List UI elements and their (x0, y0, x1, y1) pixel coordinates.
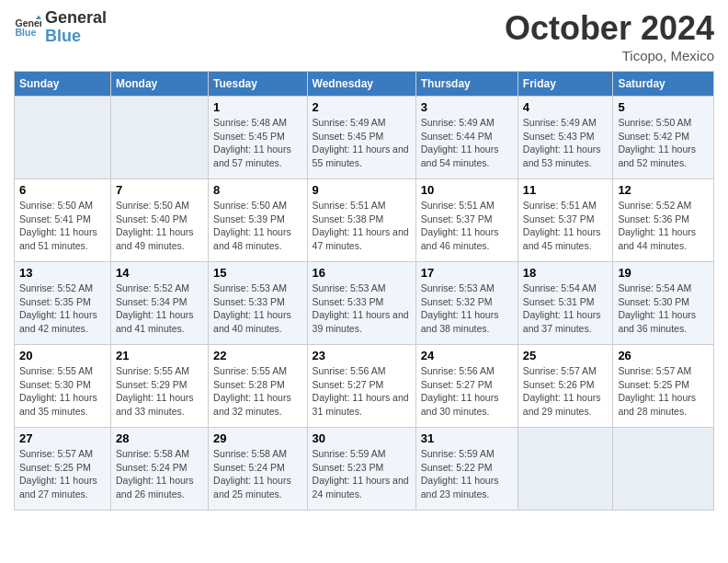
day-cell: 2Sunrise: 5:49 AMSunset: 5:45 PMDaylight… (307, 97, 415, 179)
day-info: Sunrise: 5:59 AMSunset: 5:23 PMDaylight:… (313, 447, 411, 501)
day-cell: 9Sunrise: 5:51 AMSunset: 5:38 PMDaylight… (307, 179, 415, 262)
day-number: 20 (19, 349, 106, 362)
day-number: 11 (523, 183, 609, 197)
month-title: October 2024 (505, 9, 714, 48)
day-info: Sunrise: 5:50 AMSunset: 5:41 PMDaylight:… (19, 199, 106, 253)
day-info: Sunrise: 5:53 AMSunset: 5:33 PMDaylight:… (213, 282, 302, 336)
day-number: 28 (116, 431, 203, 445)
day-number: 26 (618, 349, 709, 362)
day-cell (613, 428, 714, 511)
header-cell-friday: Friday (518, 72, 613, 97)
day-cell: 15Sunrise: 5:53 AMSunset: 5:33 PMDayligh… (209, 262, 308, 345)
day-number: 21 (116, 349, 203, 362)
header-cell-monday: Monday (110, 72, 208, 97)
day-cell: 14Sunrise: 5:52 AMSunset: 5:34 PMDayligh… (110, 262, 208, 345)
day-cell: 19Sunrise: 5:54 AMSunset: 5:30 PMDayligh… (613, 262, 714, 345)
day-number: 31 (421, 431, 513, 445)
day-info: Sunrise: 5:51 AMSunset: 5:37 PMDaylight:… (523, 199, 609, 253)
day-number: 17 (421, 266, 513, 280)
day-info: Sunrise: 5:54 AMSunset: 5:30 PMDaylight:… (618, 282, 709, 336)
day-cell: 28Sunrise: 5:58 AMSunset: 5:24 PMDayligh… (110, 428, 208, 511)
day-number: 9 (313, 183, 411, 197)
day-info: Sunrise: 5:49 AMSunset: 5:43 PMDaylight:… (523, 116, 609, 170)
day-info: Sunrise: 5:57 AMSunset: 5:25 PMDaylight:… (618, 364, 709, 419)
header-cell-thursday: Thursday (415, 72, 518, 97)
day-number: 14 (116, 266, 203, 280)
day-info: Sunrise: 5:53 AMSunset: 5:33 PMDaylight:… (313, 282, 411, 336)
day-info: Sunrise: 5:49 AMSunset: 5:44 PMDaylight:… (421, 116, 513, 170)
page-header: General Blue General Blue October 2024 T… (14, 9, 714, 63)
day-info: Sunrise: 5:51 AMSunset: 5:38 PMDaylight:… (313, 199, 411, 253)
day-cell: 16Sunrise: 5:53 AMSunset: 5:33 PMDayligh… (307, 262, 415, 345)
location: Ticopo, Mexico (505, 48, 714, 63)
day-cell: 18Sunrise: 5:54 AMSunset: 5:31 PMDayligh… (518, 262, 613, 345)
day-cell: 4Sunrise: 5:49 AMSunset: 5:43 PMDaylight… (518, 97, 613, 179)
header-cell-saturday: Saturday (613, 72, 714, 97)
day-cell: 3Sunrise: 5:49 AMSunset: 5:44 PMDaylight… (415, 97, 518, 179)
calendar-body: 1Sunrise: 5:48 AMSunset: 5:45 PMDaylight… (15, 97, 714, 511)
day-cell: 30Sunrise: 5:59 AMSunset: 5:23 PMDayligh… (307, 428, 415, 511)
day-cell: 20Sunrise: 5:55 AMSunset: 5:30 PMDayligh… (15, 345, 111, 428)
calendar-header: SundayMondayTuesdayWednesdayThursdayFrid… (15, 72, 714, 97)
day-number: 16 (313, 266, 411, 280)
day-cell: 13Sunrise: 5:52 AMSunset: 5:35 PMDayligh… (15, 262, 111, 345)
week-row-3: 20Sunrise: 5:55 AMSunset: 5:30 PMDayligh… (15, 345, 714, 428)
svg-text:Blue: Blue (16, 27, 37, 38)
day-number: 12 (618, 183, 709, 197)
day-number: 2 (313, 100, 411, 114)
day-cell (518, 428, 613, 511)
day-number: 10 (421, 183, 513, 197)
logo-blue-text: Blue (45, 28, 107, 46)
week-row-4: 27Sunrise: 5:57 AMSunset: 5:25 PMDayligh… (15, 428, 714, 511)
title-block: October 2024 Ticopo, Mexico (505, 9, 714, 63)
logo-icon: General Blue (14, 14, 41, 41)
day-info: Sunrise: 5:55 AMSunset: 5:30 PMDaylight:… (19, 364, 106, 419)
day-cell: 26Sunrise: 5:57 AMSunset: 5:25 PMDayligh… (613, 345, 714, 428)
day-cell (15, 97, 111, 179)
day-number: 27 (19, 431, 106, 445)
day-info: Sunrise: 5:57 AMSunset: 5:25 PMDaylight:… (19, 447, 106, 501)
day-number: 7 (116, 183, 203, 197)
day-cell: 11Sunrise: 5:51 AMSunset: 5:37 PMDayligh… (518, 179, 613, 262)
week-row-2: 13Sunrise: 5:52 AMSunset: 5:35 PMDayligh… (15, 262, 714, 345)
day-info: Sunrise: 5:54 AMSunset: 5:31 PMDaylight:… (523, 282, 609, 336)
calendar-table: SundayMondayTuesdayWednesdayThursdayFrid… (14, 71, 714, 511)
day-cell (110, 97, 208, 179)
day-info: Sunrise: 5:58 AMSunset: 5:24 PMDaylight:… (116, 447, 203, 501)
day-info: Sunrise: 5:59 AMSunset: 5:22 PMDaylight:… (421, 447, 513, 501)
day-number: 19 (618, 266, 709, 280)
day-cell: 27Sunrise: 5:57 AMSunset: 5:25 PMDayligh… (15, 428, 111, 511)
day-cell: 7Sunrise: 5:50 AMSunset: 5:40 PMDaylight… (110, 179, 208, 262)
logo-general-text: General (45, 9, 107, 28)
day-number: 23 (313, 349, 411, 362)
day-info: Sunrise: 5:49 AMSunset: 5:45 PMDaylight:… (313, 116, 411, 170)
day-number: 1 (213, 100, 302, 114)
day-number: 15 (213, 266, 302, 280)
day-cell: 21Sunrise: 5:55 AMSunset: 5:29 PMDayligh… (110, 345, 208, 428)
day-number: 3 (421, 100, 513, 114)
day-info: Sunrise: 5:51 AMSunset: 5:37 PMDaylight:… (421, 199, 513, 253)
day-cell: 8Sunrise: 5:50 AMSunset: 5:39 PMDaylight… (209, 179, 308, 262)
day-info: Sunrise: 5:57 AMSunset: 5:26 PMDaylight:… (523, 364, 609, 419)
header-cell-wednesday: Wednesday (307, 72, 415, 97)
day-cell: 25Sunrise: 5:57 AMSunset: 5:26 PMDayligh… (518, 345, 613, 428)
day-cell: 1Sunrise: 5:48 AMSunset: 5:45 PMDaylight… (209, 97, 308, 179)
day-number: 6 (19, 183, 106, 197)
day-info: Sunrise: 5:58 AMSunset: 5:24 PMDaylight:… (213, 447, 302, 501)
day-number: 30 (313, 431, 411, 445)
day-info: Sunrise: 5:50 AMSunset: 5:42 PMDaylight:… (618, 116, 709, 170)
header-row: SundayMondayTuesdayWednesdayThursdayFrid… (15, 72, 714, 97)
week-row-0: 1Sunrise: 5:48 AMSunset: 5:45 PMDaylight… (15, 97, 714, 179)
day-cell: 12Sunrise: 5:52 AMSunset: 5:36 PMDayligh… (613, 179, 714, 262)
day-number: 5 (618, 100, 709, 114)
day-info: Sunrise: 5:48 AMSunset: 5:45 PMDaylight:… (213, 116, 302, 170)
day-info: Sunrise: 5:52 AMSunset: 5:36 PMDaylight:… (618, 199, 709, 253)
day-number: 4 (523, 100, 609, 114)
day-number: 24 (421, 349, 513, 362)
day-info: Sunrise: 5:53 AMSunset: 5:32 PMDaylight:… (421, 282, 513, 336)
day-info: Sunrise: 5:52 AMSunset: 5:35 PMDaylight:… (19, 282, 106, 336)
week-row-1: 6Sunrise: 5:50 AMSunset: 5:41 PMDaylight… (15, 179, 714, 262)
day-info: Sunrise: 5:56 AMSunset: 5:27 PMDaylight:… (313, 364, 411, 419)
header-cell-tuesday: Tuesday (209, 72, 308, 97)
day-info: Sunrise: 5:56 AMSunset: 5:27 PMDaylight:… (421, 364, 513, 419)
